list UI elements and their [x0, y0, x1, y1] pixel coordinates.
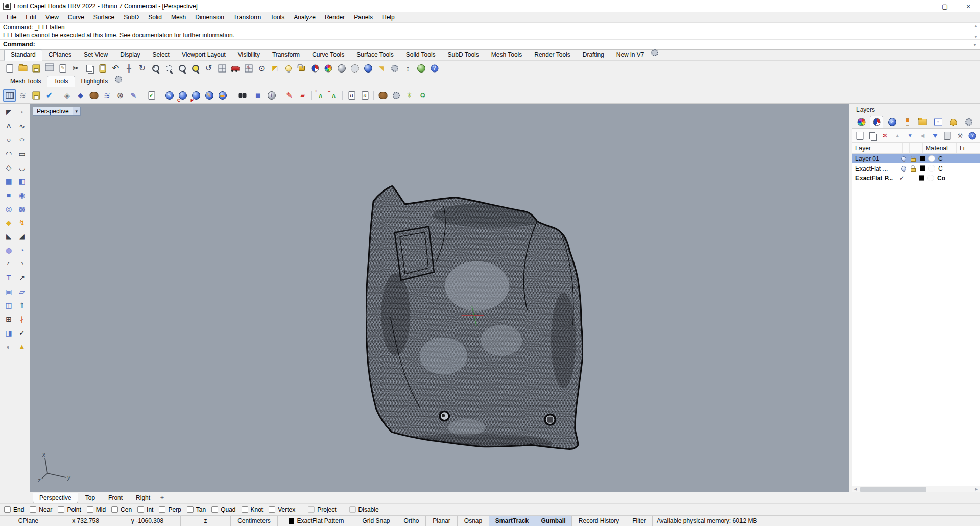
ef-export-dxf-icon[interactable]	[30, 89, 42, 102]
menu-surface[interactable]: Surface	[89, 13, 119, 22]
undo-icon[interactable]: ↶	[109, 62, 122, 75]
array-tool-icon[interactable]: ⊞	[2, 312, 15, 326]
polygon-tool-icon[interactable]: ◇	[2, 160, 15, 174]
ef-label-page-icon[interactable]: a	[358, 89, 371, 102]
tab-new-in-v7[interactable]: New in V7	[610, 50, 651, 60]
menu-help[interactable]: Help	[377, 13, 399, 22]
arc-tool-icon[interactable]: ◠	[2, 147, 15, 160]
separator[interactable]	[247, 89, 251, 102]
osnap-tan[interactable]: Tan	[187, 506, 206, 513]
separator[interactable]	[278, 89, 282, 102]
panel-settings-tab[interactable]	[962, 116, 975, 128]
layer-visibility-bulb-icon[interactable]	[901, 156, 906, 161]
ef-validate-icon[interactable]: ✔	[145, 89, 158, 102]
lock-icon[interactable]	[295, 62, 308, 75]
maximize-button[interactable]: ▢	[933, 0, 957, 12]
ef-recycle-icon[interactable]: ♻	[416, 89, 429, 102]
undo-view-icon[interactable]: ↺	[202, 62, 215, 75]
status-z[interactable]: z	[181, 516, 231, 526]
menu-solid[interactable]: Solid	[144, 13, 166, 22]
layer-lock-icon[interactable]	[911, 168, 916, 172]
status-active-layer[interactable]: ExactFlat Pattern	[278, 516, 355, 526]
chamfer-tool-icon[interactable]: ◢	[15, 229, 29, 243]
context-help-icon[interactable]: ◥	[375, 62, 388, 75]
osnap-quad[interactable]: Quad	[211, 506, 235, 513]
cplane-icon[interactable]: ✎	[242, 62, 255, 75]
print-icon[interactable]	[43, 62, 56, 75]
checkbox[interactable]	[187, 506, 194, 513]
pointer-tool-icon[interactable]: ◤	[2, 105, 15, 119]
pan-icon[interactable]: ╋	[123, 62, 135, 75]
scrollbar-thumb[interactable]	[860, 487, 926, 492]
new-layer-button[interactable]	[854, 130, 866, 141]
copy-icon[interactable]	[83, 62, 95, 75]
menu-view[interactable]: View	[41, 13, 63, 22]
mesh-tool-icon[interactable]: ▩	[15, 202, 29, 216]
layer-row[interactable]: Layer 01 C	[852, 154, 980, 163]
status-grid-snap[interactable]: Grid Snap	[355, 516, 397, 526]
extract-tool-icon[interactable]: ↯	[15, 216, 29, 229]
menu-subd[interactable]: SubD	[119, 13, 144, 22]
ef-cut-p-icon[interactable]: P	[189, 89, 202, 102]
delete-layer-button[interactable]: ×	[879, 130, 891, 141]
ef-remove-vertex-icon[interactable]: ∧−	[327, 89, 340, 102]
viewport-title-chevron-down-icon[interactable]: ▼	[73, 107, 80, 115]
panel-notifications-tab[interactable]	[946, 116, 960, 128]
move-down-button[interactable]: ▼	[904, 130, 916, 141]
scroll-down-icon[interactable]: ▼	[974, 35, 978, 39]
split-tool-icon[interactable]: ∤	[15, 312, 29, 326]
panel-help-button[interactable]: ?	[967, 130, 978, 141]
separator[interactable]	[372, 89, 376, 102]
checkbox[interactable]	[242, 506, 248, 513]
menu-edit[interactable]: Edit	[21, 13, 41, 22]
viewport-tab-right[interactable]: Right	[130, 493, 156, 503]
circles-tool-icon[interactable]: ◔	[15, 243, 29, 257]
options-gear-icon[interactable]	[388, 62, 401, 75]
ef-sphere-curve-icon[interactable]: ∿	[163, 89, 176, 102]
separator[interactable]	[229, 89, 233, 102]
file-properties-icon[interactable]: ✎	[56, 62, 69, 75]
viewport-tab-front[interactable]: Front	[102, 493, 129, 503]
ghosted-sphere-icon[interactable]	[348, 62, 361, 75]
scroll-up-icon[interactable]: ▲	[974, 23, 978, 27]
close-button[interactable]: ×	[957, 0, 980, 12]
osnap-cen[interactable]: Cen	[111, 506, 132, 513]
status-x[interactable]: x 732.758	[57, 516, 114, 526]
panel-layers-tab[interactable]	[870, 116, 883, 128]
osnap-int[interactable]: Int	[137, 506, 153, 513]
point-tool-icon[interactable]: ◦	[15, 105, 29, 119]
ef-draw-icon[interactable]: ✎	[203, 89, 216, 102]
zoom-window-icon[interactable]	[162, 62, 175, 75]
checkbox[interactable]	[349, 506, 356, 513]
tab-display[interactable]: Display	[114, 50, 146, 60]
tab-surface-tools[interactable]: Surface Tools	[350, 50, 400, 60]
shaded-display-icon[interactable]	[308, 62, 321, 75]
osnap-circle-icon[interactable]: ⊙	[255, 62, 268, 75]
status-planar[interactable]: Planar	[426, 516, 458, 526]
layer-color-swatch[interactable]	[920, 156, 925, 161]
layer-lock-icon[interactable]	[911, 158, 916, 162]
zoom-extents-icon[interactable]	[176, 62, 188, 75]
ef-label-box-icon[interactable]: a	[345, 89, 358, 102]
menu-curve[interactable]: Curve	[63, 13, 89, 22]
viewport-layout-icon[interactable]	[216, 62, 228, 75]
status-memory[interactable]: Available physical memory: 6012 MB	[653, 516, 980, 526]
save-icon[interactable]	[30, 62, 42, 75]
menu-panels[interactable]: Panels	[349, 13, 377, 22]
boolean-tool-icon[interactable]: ◫	[2, 298, 15, 312]
osnap-mid[interactable]: Mid	[87, 506, 106, 513]
move-tool-icon[interactable]: ↗	[15, 271, 29, 284]
checkbox[interactable]	[159, 506, 165, 513]
tab-drafting[interactable]: Drafting	[577, 50, 610, 60]
dimension-icon[interactable]: ↨	[401, 62, 414, 75]
ef-erase-icon[interactable]: ▬	[216, 89, 229, 102]
group-tool-icon[interactable]: ◍	[2, 243, 15, 257]
status-smarttrack[interactable]: SmartTrack	[489, 516, 535, 526]
duplicate-layer-button[interactable]	[867, 130, 878, 141]
checkbox[interactable]	[4, 506, 11, 513]
separator[interactable]	[56, 89, 60, 102]
layer-linetype[interactable]: C	[936, 155, 980, 162]
osnap-point[interactable]: Point	[58, 506, 81, 513]
block-tool-icon[interactable]: ▣	[2, 284, 15, 298]
layer-material-swatch[interactable]	[928, 165, 935, 172]
